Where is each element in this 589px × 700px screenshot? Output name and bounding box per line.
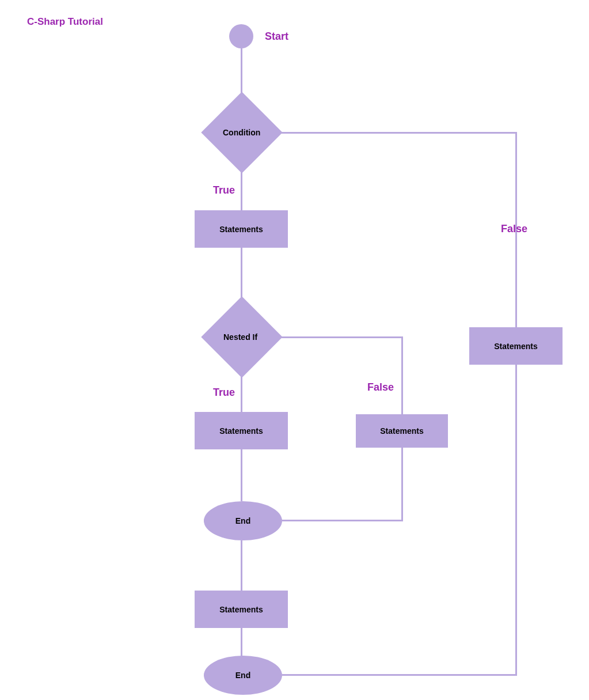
false-label-outer: False [501, 223, 527, 235]
connector [401, 448, 403, 521]
connector [282, 674, 517, 676]
connector [282, 520, 403, 521]
true-label-inner: True [213, 387, 235, 399]
start-node [229, 24, 253, 48]
nested-if-label: Nested If [223, 332, 257, 342]
connector [515, 365, 517, 676]
false-label-inner: False [367, 381, 394, 393]
condition-label: Condition [223, 128, 260, 137]
connector [271, 132, 517, 134]
page-title: C-Sharp Tutorial [27, 16, 103, 28]
statements-node-inner-true: Statements [195, 412, 288, 449]
statements-node-inner-false: Statements [356, 414, 448, 448]
end-node-inner: End [204, 501, 282, 540]
connector [241, 366, 242, 412]
connector [271, 336, 403, 338]
statements-node-outer-true: Statements [195, 210, 288, 248]
connector [241, 628, 242, 657]
statements-node-outer-false: Statements [469, 327, 563, 365]
statements-node-after: Statements [195, 591, 288, 628]
connector [241, 449, 242, 501]
end-node-outer: End [204, 656, 282, 695]
start-label: Start [265, 31, 288, 43]
connector [241, 161, 242, 210]
true-label-outer: True [213, 184, 235, 196]
connector [241, 540, 242, 591]
connector [401, 336, 403, 414]
